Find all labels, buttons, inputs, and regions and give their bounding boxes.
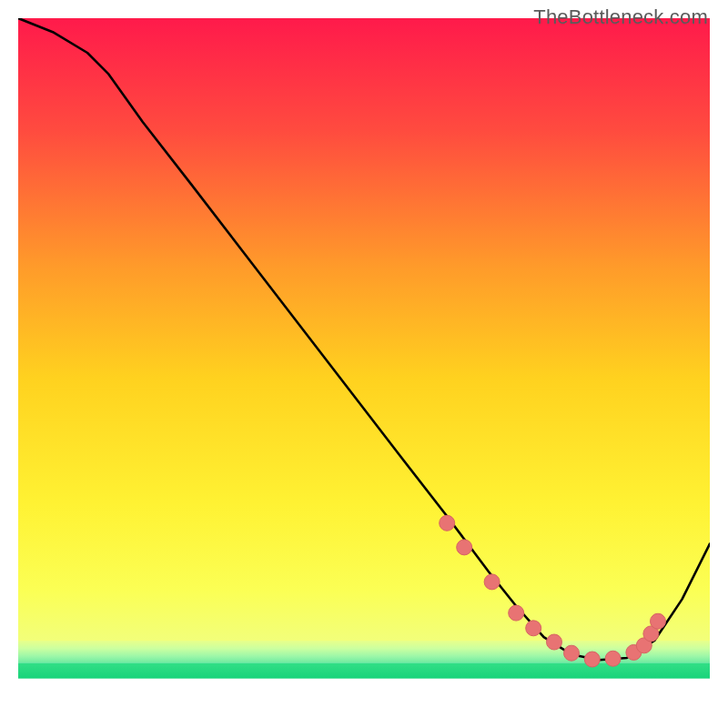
svg-point-6: [484, 574, 500, 590]
svg-point-7: [509, 605, 524, 621]
watermark-text: TheBottleneck.com: [533, 5, 708, 29]
svg-point-5: [457, 540, 472, 555]
chart-svg: [18, 18, 710, 710]
svg-point-12: [605, 651, 621, 666]
svg-point-8: [526, 621, 541, 636]
svg-point-9: [547, 634, 562, 650]
svg-point-11: [584, 652, 600, 667]
svg-rect-0: [18, 18, 710, 641]
svg-point-16: [651, 613, 666, 629]
svg-point-4: [440, 515, 455, 531]
chart-background: [18, 18, 710, 710]
svg-rect-3: [18, 679, 710, 710]
chart-plot-area: [18, 18, 710, 710]
svg-rect-2: [18, 662, 710, 678]
svg-point-10: [564, 645, 580, 661]
